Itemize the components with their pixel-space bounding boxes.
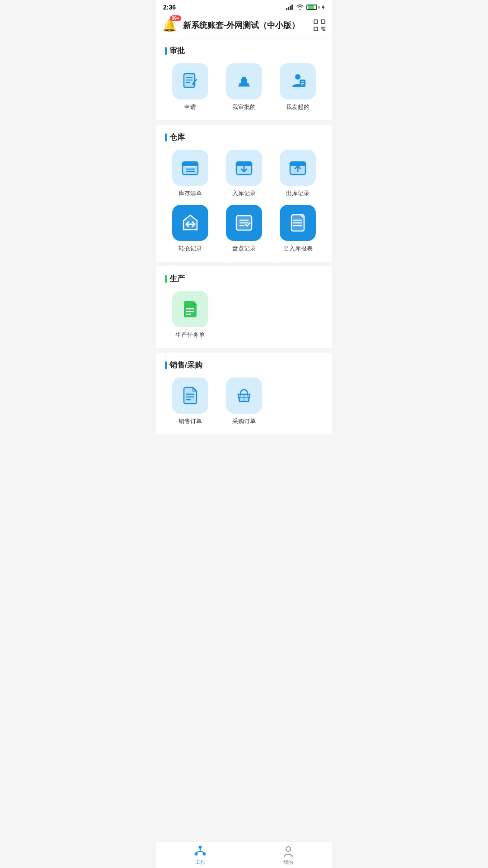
icon-stock-list-box [172, 150, 208, 186]
title-bar-production [165, 275, 167, 283]
icon-sales-order-box [172, 377, 208, 414]
section-production-title: 生产 [160, 274, 328, 284]
svg-rect-21 [238, 85, 250, 87]
title-bar-warehouse [165, 133, 167, 142]
notification-badge: 99+ [170, 15, 181, 21]
header-title: 新系统账套-外网测试（中小版） [183, 20, 309, 31]
launch-icon [288, 71, 308, 91]
section-sales: 销售/采购 销售订单 [156, 353, 332, 434]
status-bar: 2:36 [156, 0, 332, 13]
wifi-icon [296, 5, 304, 10]
svg-rect-37 [236, 164, 252, 166]
section-production: 生产 生产任务单 [156, 266, 332, 348]
task-icon [180, 299, 201, 320]
svg-rect-20 [242, 77, 246, 79]
battery-indicator [306, 5, 325, 10]
stock-list-icon [180, 157, 201, 178]
icon-transfer-box [172, 205, 208, 241]
svg-rect-5 [321, 20, 325, 24]
item-purchase-order[interactable]: 采购订单 [217, 377, 271, 425]
svg-rect-3 [291, 5, 293, 10]
svg-rect-6 [314, 27, 318, 31]
outbound-icon [287, 157, 308, 178]
stamp-icon [234, 71, 254, 91]
svg-rect-0 [286, 8, 287, 10]
inventory-icon [234, 212, 254, 233]
production-grid: 生产任务单 [160, 291, 328, 339]
item-my-approval[interactable]: 我审批的 [217, 63, 271, 111]
notification-bell[interactable]: 🔔 99+ [162, 17, 178, 33]
purchase-order-icon [234, 385, 254, 406]
scan-icon[interactable] [313, 19, 326, 32]
item-report-label: 出入库报表 [283, 245, 313, 253]
approval-grid: 申请 我审批的 [160, 63, 328, 111]
section-warehouse-title: 仓库 [160, 132, 328, 142]
svg-rect-30 [183, 164, 198, 166]
item-report[interactable]: 出入库报表 [271, 205, 325, 253]
icon-apply-box [172, 63, 208, 99]
item-inbound-label: 入库记录 [232, 189, 256, 198]
item-task-label: 生产任务单 [175, 331, 205, 339]
svg-rect-23 [300, 80, 305, 87]
svg-point-22 [295, 74, 300, 80]
title-bar-approval [165, 47, 167, 55]
transfer-icon [180, 212, 201, 233]
item-outbound[interactable]: 出库记录 [271, 150, 325, 198]
sales-order-icon [180, 385, 201, 406]
icon-my-approval-box [226, 63, 262, 99]
item-inbound[interactable]: 入库记录 [217, 150, 271, 198]
item-outbound-label: 出库记录 [286, 189, 310, 198]
signal-icon [286, 5, 294, 10]
icon-my-launch-box [280, 63, 316, 99]
icon-purchase-order-box [226, 377, 262, 414]
item-apply[interactable]: 申请 [163, 63, 217, 111]
apply-icon [180, 71, 200, 91]
icon-task-box [172, 291, 208, 327]
main-content: 审批 申请 [156, 38, 332, 466]
app-header: 🔔 99+ 新系统账套-外网测试（中小版） [156, 13, 332, 38]
status-icons [286, 5, 325, 10]
charging-icon [321, 5, 325, 10]
item-stock-list-label: 库存清单 [178, 189, 202, 198]
item-my-approval-label: 我审批的 [232, 103, 256, 111]
svg-rect-1 [288, 7, 289, 10]
icon-outbound-box [280, 150, 316, 186]
item-inventory[interactable]: 盘点记录 [217, 205, 271, 253]
svg-rect-4 [314, 20, 318, 24]
report-icon [287, 212, 308, 233]
item-transfer-label: 转仓记录 [178, 245, 202, 253]
icon-report-box [280, 205, 316, 241]
section-approval-title: 审批 [160, 46, 328, 56]
warehouse-grid: 库存清单 入库记录 [160, 150, 328, 253]
item-transfer[interactable]: 转仓记录 [163, 205, 217, 253]
item-my-launch-label: 我发起的 [286, 103, 310, 111]
item-apply-label: 申请 [184, 103, 196, 111]
status-time: 2:36 [163, 4, 176, 11]
section-warehouse: 仓库 库存清单 [156, 125, 332, 262]
icon-inbound-box [226, 150, 262, 186]
section-approval: 审批 申请 [156, 38, 332, 120]
inbound-icon [234, 157, 254, 178]
svg-rect-2 [290, 6, 291, 10]
item-inventory-label: 盘点记录 [232, 245, 256, 253]
sales-grid: 销售订单 [160, 377, 328, 425]
item-sales-order-label: 销售订单 [178, 417, 202, 425]
item-my-launch[interactable]: 我发起的 [271, 63, 325, 111]
item-task[interactable]: 生产任务单 [163, 291, 217, 339]
icon-inventory-box [226, 205, 262, 241]
item-purchase-order-label: 采购订单 [232, 417, 256, 425]
title-bar-sales [165, 361, 167, 369]
item-sales-order[interactable]: 销售订单 [163, 377, 217, 425]
item-stock-list[interactable]: 库存清单 [163, 150, 217, 198]
svg-rect-19 [241, 79, 247, 83]
section-sales-title: 销售/采购 [160, 360, 328, 370]
